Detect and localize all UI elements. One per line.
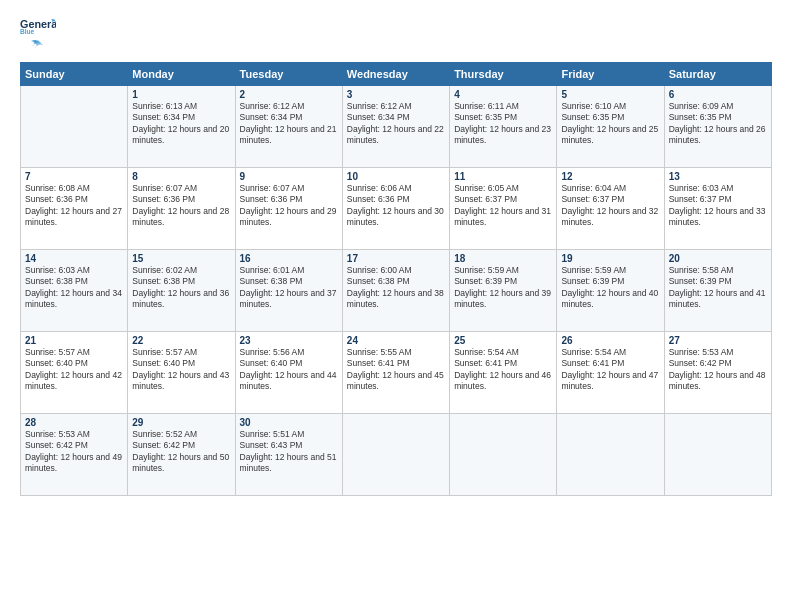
weekday-header-saturday: Saturday	[664, 63, 771, 86]
day-number: 17	[347, 253, 445, 264]
cell-info: Sunrise: 6:11 AMSunset: 6:35 PMDaylight:…	[454, 101, 552, 147]
day-number: 15	[132, 253, 230, 264]
cell-info: Sunrise: 6:07 AMSunset: 6:36 PMDaylight:…	[240, 183, 338, 229]
day-number: 14	[25, 253, 123, 264]
calendar-cell: 4Sunrise: 6:11 AMSunset: 6:35 PMDaylight…	[450, 86, 557, 168]
calendar-cell: 12Sunrise: 6:04 AMSunset: 6:37 PMDayligh…	[557, 168, 664, 250]
cell-info: Sunrise: 6:12 AMSunset: 6:34 PMDaylight:…	[240, 101, 338, 147]
calendar-cell: 17Sunrise: 6:00 AMSunset: 6:38 PMDayligh…	[342, 250, 449, 332]
cell-info: Sunrise: 6:02 AMSunset: 6:38 PMDaylight:…	[132, 265, 230, 311]
calendar-cell: 6Sunrise: 6:09 AMSunset: 6:35 PMDaylight…	[664, 86, 771, 168]
cell-info: Sunrise: 6:00 AMSunset: 6:38 PMDaylight:…	[347, 265, 445, 311]
cell-info: Sunrise: 5:55 AMSunset: 6:41 PMDaylight:…	[347, 347, 445, 393]
bird-icon	[21, 38, 43, 54]
cell-info: Sunrise: 6:06 AMSunset: 6:36 PMDaylight:…	[347, 183, 445, 229]
calendar-cell: 30Sunrise: 5:51 AMSunset: 6:43 PMDayligh…	[235, 414, 342, 496]
cell-info: Sunrise: 6:12 AMSunset: 6:34 PMDaylight:…	[347, 101, 445, 147]
calendar-cell: 23Sunrise: 5:56 AMSunset: 6:40 PMDayligh…	[235, 332, 342, 414]
day-number: 27	[669, 335, 767, 346]
calendar-cell: 1Sunrise: 6:13 AMSunset: 6:34 PMDaylight…	[128, 86, 235, 168]
day-number: 11	[454, 171, 552, 182]
calendar-week-row: 7Sunrise: 6:08 AMSunset: 6:36 PMDaylight…	[21, 168, 772, 250]
calendar-cell: 13Sunrise: 6:03 AMSunset: 6:37 PMDayligh…	[664, 168, 771, 250]
weekday-header-friday: Friday	[557, 63, 664, 86]
day-number: 13	[669, 171, 767, 182]
day-number: 23	[240, 335, 338, 346]
calendar-cell: 8Sunrise: 6:07 AMSunset: 6:36 PMDaylight…	[128, 168, 235, 250]
cell-info: Sunrise: 6:10 AMSunset: 6:35 PMDaylight:…	[561, 101, 659, 147]
cell-info: Sunrise: 5:59 AMSunset: 6:39 PMDaylight:…	[454, 265, 552, 311]
calendar-cell: 3Sunrise: 6:12 AMSunset: 6:34 PMDaylight…	[342, 86, 449, 168]
cell-info: Sunrise: 6:03 AMSunset: 6:38 PMDaylight:…	[25, 265, 123, 311]
day-number: 19	[561, 253, 659, 264]
calendar-cell: 7Sunrise: 6:08 AMSunset: 6:36 PMDaylight…	[21, 168, 128, 250]
day-number: 5	[561, 89, 659, 100]
cell-info: Sunrise: 6:01 AMSunset: 6:38 PMDaylight:…	[240, 265, 338, 311]
logo-icon: General Blue	[20, 16, 56, 36]
day-number: 16	[240, 253, 338, 264]
calendar-cell	[342, 414, 449, 496]
calendar-cell: 11Sunrise: 6:05 AMSunset: 6:37 PMDayligh…	[450, 168, 557, 250]
page: General Blue SundayMondayTuesdayWednesda…	[0, 0, 792, 612]
day-number: 8	[132, 171, 230, 182]
cell-info: Sunrise: 5:54 AMSunset: 6:41 PMDaylight:…	[454, 347, 552, 393]
calendar-cell: 19Sunrise: 5:59 AMSunset: 6:39 PMDayligh…	[557, 250, 664, 332]
day-number: 1	[132, 89, 230, 100]
weekday-header-row: SundayMondayTuesdayWednesdayThursdayFrid…	[21, 63, 772, 86]
calendar-cell: 15Sunrise: 6:02 AMSunset: 6:38 PMDayligh…	[128, 250, 235, 332]
calendar-cell: 26Sunrise: 5:54 AMSunset: 6:41 PMDayligh…	[557, 332, 664, 414]
calendar-cell: 10Sunrise: 6:06 AMSunset: 6:36 PMDayligh…	[342, 168, 449, 250]
calendar-cell: 21Sunrise: 5:57 AMSunset: 6:40 PMDayligh…	[21, 332, 128, 414]
calendar-cell	[450, 414, 557, 496]
svg-text:Blue: Blue	[20, 28, 35, 35]
cell-info: Sunrise: 5:57 AMSunset: 6:40 PMDaylight:…	[132, 347, 230, 393]
cell-info: Sunrise: 5:58 AMSunset: 6:39 PMDaylight:…	[669, 265, 767, 311]
calendar-week-row: 1Sunrise: 6:13 AMSunset: 6:34 PMDaylight…	[21, 86, 772, 168]
calendar-cell: 16Sunrise: 6:01 AMSunset: 6:38 PMDayligh…	[235, 250, 342, 332]
day-number: 21	[25, 335, 123, 346]
day-number: 18	[454, 253, 552, 264]
calendar-cell: 28Sunrise: 5:53 AMSunset: 6:42 PMDayligh…	[21, 414, 128, 496]
day-number: 10	[347, 171, 445, 182]
cell-info: Sunrise: 5:52 AMSunset: 6:42 PMDaylight:…	[132, 429, 230, 475]
weekday-header-wednesday: Wednesday	[342, 63, 449, 86]
day-number: 22	[132, 335, 230, 346]
cell-info: Sunrise: 5:54 AMSunset: 6:41 PMDaylight:…	[561, 347, 659, 393]
day-number: 28	[25, 417, 123, 428]
cell-info: Sunrise: 6:08 AMSunset: 6:36 PMDaylight:…	[25, 183, 123, 229]
calendar-cell: 25Sunrise: 5:54 AMSunset: 6:41 PMDayligh…	[450, 332, 557, 414]
day-number: 30	[240, 417, 338, 428]
calendar-cell: 27Sunrise: 5:53 AMSunset: 6:42 PMDayligh…	[664, 332, 771, 414]
day-number: 24	[347, 335, 445, 346]
calendar-cell: 18Sunrise: 5:59 AMSunset: 6:39 PMDayligh…	[450, 250, 557, 332]
day-number: 29	[132, 417, 230, 428]
calendar-cell: 20Sunrise: 5:58 AMSunset: 6:39 PMDayligh…	[664, 250, 771, 332]
cell-info: Sunrise: 5:56 AMSunset: 6:40 PMDaylight:…	[240, 347, 338, 393]
calendar-cell: 22Sunrise: 5:57 AMSunset: 6:40 PMDayligh…	[128, 332, 235, 414]
day-number: 7	[25, 171, 123, 182]
cell-info: Sunrise: 6:07 AMSunset: 6:36 PMDaylight:…	[132, 183, 230, 229]
calendar-cell: 9Sunrise: 6:07 AMSunset: 6:36 PMDaylight…	[235, 168, 342, 250]
cell-info: Sunrise: 6:13 AMSunset: 6:34 PMDaylight:…	[132, 101, 230, 147]
day-number: 4	[454, 89, 552, 100]
day-number: 26	[561, 335, 659, 346]
calendar-cell: 14Sunrise: 6:03 AMSunset: 6:38 PMDayligh…	[21, 250, 128, 332]
calendar-cell	[21, 86, 128, 168]
day-number: 20	[669, 253, 767, 264]
calendar-cell: 24Sunrise: 5:55 AMSunset: 6:41 PMDayligh…	[342, 332, 449, 414]
cell-info: Sunrise: 6:09 AMSunset: 6:35 PMDaylight:…	[669, 101, 767, 147]
calendar-week-row: 14Sunrise: 6:03 AMSunset: 6:38 PMDayligh…	[21, 250, 772, 332]
day-number: 9	[240, 171, 338, 182]
logo: General Blue	[20, 16, 56, 54]
day-number: 6	[669, 89, 767, 100]
cell-info: Sunrise: 5:59 AMSunset: 6:39 PMDaylight:…	[561, 265, 659, 311]
header: General Blue	[20, 16, 772, 54]
cell-info: Sunrise: 6:04 AMSunset: 6:37 PMDaylight:…	[561, 183, 659, 229]
weekday-header-tuesday: Tuesday	[235, 63, 342, 86]
calendar-cell	[557, 414, 664, 496]
day-number: 3	[347, 89, 445, 100]
calendar-cell: 5Sunrise: 6:10 AMSunset: 6:35 PMDaylight…	[557, 86, 664, 168]
day-number: 25	[454, 335, 552, 346]
calendar-cell: 29Sunrise: 5:52 AMSunset: 6:42 PMDayligh…	[128, 414, 235, 496]
cell-info: Sunrise: 5:53 AMSunset: 6:42 PMDaylight:…	[669, 347, 767, 393]
